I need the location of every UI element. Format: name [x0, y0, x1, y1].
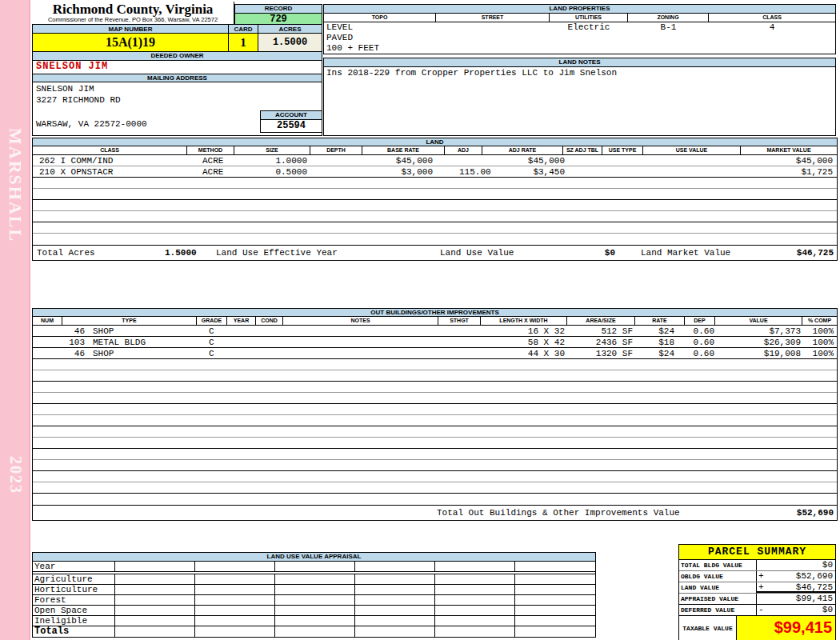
obldg-value: $52,690: [796, 571, 833, 582]
deeded-owner-label: DEEDED OWNER: [33, 52, 322, 61]
topo-value: LEVEL: [326, 22, 353, 33]
county-title-block: Richmond County, Virginia Commissioner o…: [32, 2, 234, 24]
lua-row: Open Space: [33, 606, 595, 616]
ob-area: 1320 SF: [596, 348, 633, 359]
op: -: [758, 605, 764, 615]
summary-row: LAND VALUE +$46,725: [679, 582, 835, 594]
acres-value: 1.5000: [258, 34, 322, 52]
sidebar-year-label: 2023: [6, 456, 25, 494]
lua-row-label: Totals: [33, 626, 115, 637]
col-method: METHOD: [187, 146, 234, 155]
land-properties-title: LAND PROPERTIES: [324, 5, 835, 14]
map-number-label: MAP NUMBER: [33, 25, 229, 34]
ob-comp: 100%: [813, 348, 834, 359]
empty-row: [33, 426, 837, 438]
col-size: SIZE: [234, 146, 310, 155]
land-market-value: $1,725: [801, 166, 833, 178]
county-subtitle: Commissioner of the Revenue, PO Box 366,…: [32, 17, 234, 23]
appraised-value-label: APPRAISED VALUE: [679, 594, 757, 604]
land-adj: 115.00: [459, 166, 491, 178]
col-street: STREET: [436, 14, 550, 22]
col-use-value: USE VALUE: [643, 146, 741, 155]
land-method: ACRE: [202, 155, 223, 166]
taxable-value-label: TAXABLE VALUE: [679, 616, 737, 640]
land-row: 210 X OPNSTACR ACRE 0.5000 $3,000 115.00…: [33, 166, 837, 178]
land-adj-rate: $45,000: [528, 155, 565, 166]
land-use-appraisal-table: LAND USE VALUE APPRAISAL Year Agricultur…: [32, 552, 596, 638]
land-class: 210 X OPNSTACR: [39, 166, 113, 178]
ob-total-value: $52,690: [797, 506, 834, 520]
taxable-value: $99,415: [774, 618, 832, 637]
empty-row: [33, 404, 837, 415]
col-zoning: ZONING: [628, 14, 709, 22]
empty-row: [33, 234, 837, 245]
use-value-label: Land Use Value: [440, 246, 514, 260]
empty-row: [33, 449, 837, 460]
col-dep: DEP: [685, 317, 715, 326]
street-frontage-value: 100 + FEET: [326, 43, 379, 54]
deferred-value: $0: [822, 605, 833, 615]
lua-row: Horticulture: [33, 585, 595, 595]
lua-totals-row: Totals: [33, 626, 595, 637]
address-line: WARSAW, VA 22572-0000: [36, 119, 147, 130]
col-utilities: UTILITIES: [550, 14, 628, 22]
empty-row: [33, 393, 837, 404]
ob-comp: 100%: [813, 326, 834, 337]
empty-row: [33, 211, 837, 222]
lua-row: Forest: [33, 595, 595, 606]
lua-row-label: Horticulture: [33, 585, 115, 594]
ob-grade: C: [209, 337, 214, 348]
land-notes-box: LAND NOTES Ins 2018-229 from Cropper Pro…: [323, 58, 836, 136]
col-rate: RATE: [635, 317, 685, 326]
card-value: 1: [229, 34, 258, 52]
lua-row-label: Forest: [33, 595, 115, 605]
total-bldg-value-label: TOTAL BLDG VALUE: [679, 560, 757, 570]
map-card-acres-headers: MAP NUMBER CARD ACRES: [33, 25, 322, 34]
market-value-label: Land Market Value: [641, 246, 730, 260]
land-notes-title: LAND NOTES: [324, 58, 835, 67]
col-cond: COND: [256, 317, 283, 326]
parcel-summary: PARCEL SUMMARY TOTAL BLDG VALUE $0 OBLDG…: [678, 544, 836, 640]
col-class: CLASS: [33, 146, 187, 155]
empty-row: [33, 200, 837, 211]
out-buildings-table: OUT BUILDINGS/OTHER IMPROVEMENTS NUM TYP…: [32, 308, 838, 521]
land-adj-rate: $3,450: [533, 166, 565, 178]
empty-row: [33, 438, 837, 449]
col-topo: TOPO: [324, 14, 436, 22]
account-value: 25594: [261, 120, 322, 132]
county-title: Richmond County, Virginia: [32, 2, 234, 17]
col-class: CLASS: [709, 14, 835, 22]
map-number-value: 15A(1)19: [33, 34, 229, 52]
col-area-size: AREA/SIZE: [567, 317, 635, 326]
out-building-row: 46 SHOP C 44 X 30 1320 SF $24 0.60 $19,0…: [33, 348, 837, 359]
ob-comp: 100%: [813, 337, 834, 348]
empty-row: [33, 415, 837, 426]
summary-row: OBLDG VALUE +$52,690: [679, 571, 835, 582]
acres-label: ACRES: [258, 25, 322, 34]
out-buildings-title: OUT BUILDINGS/OTHER IMPROVEMENTS: [33, 309, 837, 317]
lua-row-label: Open Space: [33, 606, 115, 615]
ob-rate: $24: [658, 326, 674, 337]
record-value: 729: [235, 14, 322, 25]
empty-row: [33, 359, 837, 370]
land-class: 262 I COMM/IND: [39, 155, 113, 166]
land-size: 1.0000: [275, 155, 307, 166]
map-card-acres-values: 15A(1)19 1 1.5000: [33, 34, 322, 52]
summary-row: TOTAL BLDG VALUE $0: [679, 560, 835, 571]
lua-row: Year: [33, 562, 595, 572]
land-market-value: $45,000: [796, 155, 833, 166]
use-value: $0: [605, 246, 615, 260]
sidebar-district-label: MARSHALL: [5, 128, 26, 242]
taxable-value-row: TAXABLE VALUE $99,415: [679, 616, 835, 640]
total-bldg-value: $0: [822, 560, 833, 570]
col-value: VALUE: [715, 317, 802, 326]
out-buildings-headers: NUM TYPE GRADE YEAR COND NOTES STHGT LEN…: [33, 317, 837, 326]
land-properties-values: LEVEL PAVED 100 + FEET Electric B-1 4: [324, 22, 835, 54]
class-value: 4: [709, 22, 835, 33]
lua-row-label: Year: [33, 562, 115, 571]
total-acres-label: Total Acres: [37, 246, 95, 260]
lua-row-label: Ineligible: [33, 616, 115, 626]
land-totals-row: Total Acres 1.5000 Land Use Effective Ye…: [33, 245, 837, 260]
ob-dep: 0.60: [694, 326, 714, 337]
effective-year-label: Land Use Effective Year: [216, 246, 338, 260]
